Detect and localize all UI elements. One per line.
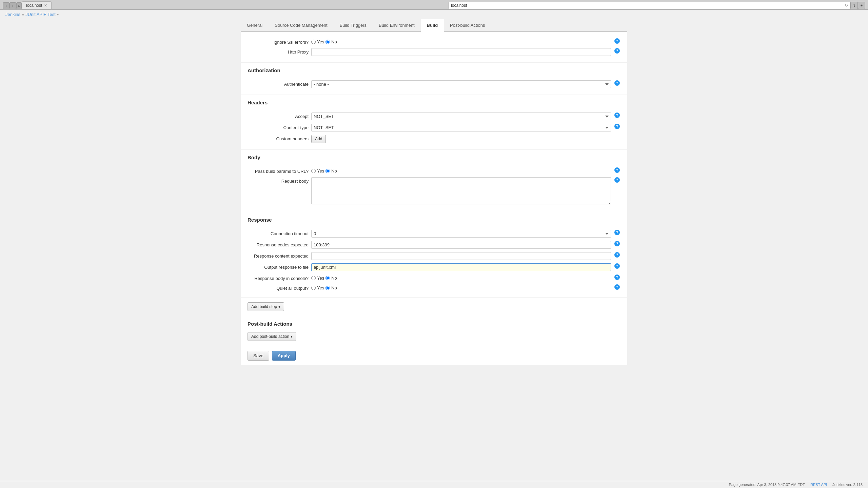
share-button[interactable]: ⇧ — [850, 2, 858, 9]
content-type-control: NOT_SET application/json application/xml… — [311, 124, 611, 131]
output-file-input[interactable] — [311, 263, 611, 271]
reload-button[interactable]: ↻ — [16, 2, 22, 9]
response-body-console-yes-radio[interactable] — [311, 276, 316, 280]
response-content-row: Response content expected ? — [248, 250, 620, 262]
breadcrumb-job[interactable]: JUnit APIF Test — [25, 12, 56, 17]
ignore-ssl-yes-label: Yes — [317, 39, 324, 44]
response-content-input[interactable] — [311, 252, 611, 260]
close-tab-icon[interactable]: ✕ — [44, 3, 47, 8]
refresh-icon[interactable]: ↻ — [845, 3, 848, 8]
accept-row: Accept NOT_SET application/json applicat… — [248, 111, 620, 122]
pass-params-radio-group: Yes No — [311, 167, 611, 174]
tab-post-build[interactable]: Post-build Actions — [444, 19, 491, 32]
http-proxy-help-icon[interactable]: ? — [614, 48, 620, 54]
headers-header: Headers — [248, 100, 620, 107]
add-build-step-button[interactable]: Add build step ▾ — [248, 302, 284, 311]
breadcrumb: Jenkins » JUnit APIF Test ▸ — [0, 10, 868, 19]
browser-tab[interactable]: localhost ✕ — [22, 1, 52, 9]
request-body-help-icon[interactable]: ? — [614, 177, 620, 183]
pass-params-yes-radio[interactable] — [311, 169, 316, 173]
ignore-ssl-radio-group: Yes No — [311, 38, 611, 44]
output-file-control — [311, 263, 611, 271]
accept-help-icon[interactable]: ? — [614, 113, 620, 118]
authenticate-help-icon[interactable]: ? — [614, 80, 620, 86]
authorization-header: Authorization — [248, 67, 620, 75]
actions-bar: Save Apply — [241, 346, 627, 365]
response-codes-help-icon[interactable]: ? — [614, 241, 620, 246]
http-proxy-row: Http Proxy ? — [248, 46, 620, 58]
authorization-section: Authorization Authenticate - none - Basi… — [241, 63, 627, 95]
config-tabs: General Source Code Management Build Tri… — [241, 19, 627, 32]
response-body-console-no-radio[interactable] — [326, 276, 330, 280]
quiet-output-yes-radio[interactable] — [311, 286, 316, 290]
ignore-ssl-help-icon[interactable]: ? — [614, 38, 620, 44]
quiet-output-yes-label: Yes — [317, 285, 324, 290]
output-file-help: ? — [614, 263, 620, 269]
save-button[interactable]: Save — [248, 351, 269, 361]
quiet-output-no-radio[interactable] — [326, 286, 330, 290]
output-file-help-icon[interactable]: ? — [614, 263, 620, 269]
apply-button[interactable]: Apply — [272, 351, 296, 361]
post-build-section: Post-build Actions Add post-build action… — [241, 316, 627, 346]
quiet-output-help-icon[interactable]: ? — [614, 284, 620, 290]
ignore-ssl-no-radio[interactable] — [326, 40, 330, 44]
connection-timeout-label: Connection timeout — [248, 230, 309, 236]
add-post-build-action-button[interactable]: Add post-build action ▾ — [248, 332, 296, 341]
accept-select[interactable]: NOT_SET application/json application/xml… — [311, 113, 611, 120]
address-bar[interactable]: localhost ↻ — [449, 2, 850, 9]
request-body-row: Request body ? — [248, 176, 620, 207]
tab-general[interactable]: General — [241, 19, 269, 32]
ignore-ssl-yes-radio[interactable] — [311, 40, 316, 44]
quiet-output-radio-group: Yes No — [311, 284, 611, 290]
response-section: Response Connection timeout 0 30 60 ? — [241, 212, 627, 298]
forward-button[interactable]: › — [9, 2, 16, 9]
authenticate-row: Authenticate - none - Basic Bearer Token… — [248, 79, 620, 90]
request-body-control — [311, 177, 611, 205]
body-section: Body Pass build params to URL? Yes No ? — [241, 150, 627, 212]
tab-build[interactable]: Build — [421, 19, 444, 32]
custom-headers-control: Add — [311, 135, 620, 143]
request-body-help: ? — [614, 177, 620, 183]
tab-scm[interactable]: Source Code Management — [269, 19, 333, 32]
pass-params-help-icon[interactable]: ? — [614, 167, 620, 173]
content-type-label: Content-type — [248, 124, 309, 130]
post-build-header: Post-build Actions — [248, 321, 620, 328]
breadcrumb-jenkins[interactable]: Jenkins — [5, 12, 20, 17]
response-body-console-no-label: No — [331, 276, 337, 281]
back-button[interactable]: ‹ — [3, 2, 9, 9]
response-content-label: Response content expected — [248, 252, 309, 259]
address-text: localhost — [451, 3, 467, 8]
ignore-ssl-no-label: No — [331, 39, 337, 44]
bookmark-button[interactable]: + — [858, 2, 865, 9]
connection-timeout-select[interactable]: 0 30 60 — [311, 230, 611, 238]
accept-label: Accept — [248, 113, 309, 119]
http-proxy-label: Http Proxy — [248, 48, 309, 55]
content-type-select[interactable]: NOT_SET application/json application/xml… — [311, 124, 611, 131]
response-body-console-help: ? — [614, 274, 620, 280]
pass-params-label: Pass build params to URL? — [248, 167, 309, 174]
ignore-ssl-label: Ignore Ssl errors? — [248, 38, 309, 45]
authenticate-select[interactable]: - none - Basic Bearer Token OAuth2 — [311, 80, 611, 88]
content-type-help-icon[interactable]: ? — [614, 124, 620, 129]
tab-bar: ‹ › ↻ localhost ✕ localhost ↻ ⇧ + — [0, 0, 868, 9]
custom-headers-row: Custom headers Add — [248, 133, 620, 145]
add-custom-header-button[interactable]: Add — [311, 135, 326, 143]
response-codes-input[interactable] — [311, 241, 611, 249]
response-content-help-icon[interactable]: ? — [614, 252, 620, 258]
authenticate-help: ? — [614, 80, 620, 86]
http-proxy-help: ? — [614, 48, 620, 54]
connection-timeout-help: ? — [614, 230, 620, 235]
request-body-input[interactable] — [311, 177, 611, 204]
pass-params-no-radio[interactable] — [326, 169, 330, 173]
connection-timeout-row: Connection timeout 0 30 60 ? — [248, 228, 620, 239]
add-build-step-label: Add build step — [251, 304, 277, 309]
tab-build-triggers[interactable]: Build Triggers — [334, 19, 373, 32]
ignore-ssl-control: Yes No — [311, 38, 611, 44]
response-body-console-label: Response body in console? — [248, 274, 309, 281]
response-body-console-help-icon[interactable]: ? — [614, 274, 620, 280]
connection-timeout-help-icon[interactable]: ? — [614, 230, 620, 235]
tab-build-env[interactable]: Build Environment — [373, 19, 421, 32]
custom-headers-label: Custom headers — [248, 135, 309, 141]
http-proxy-input[interactable] — [311, 48, 611, 56]
quiet-output-help: ? — [614, 284, 620, 290]
